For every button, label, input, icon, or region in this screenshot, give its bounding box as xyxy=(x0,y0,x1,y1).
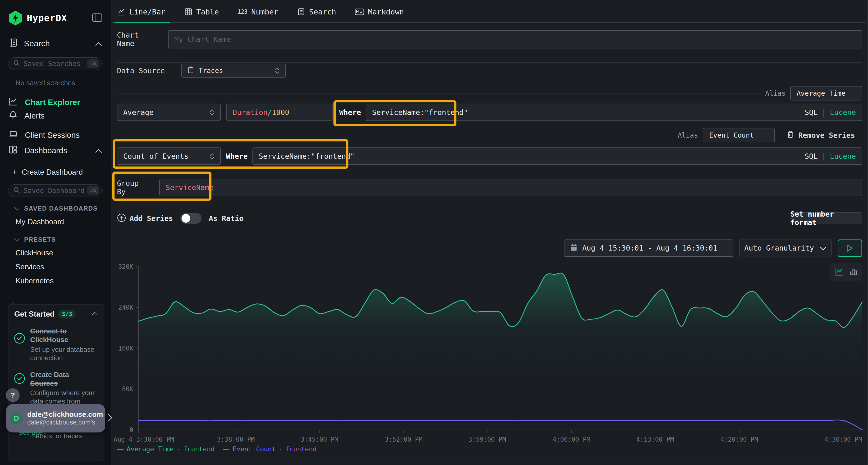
plus-circle-icon xyxy=(117,213,126,223)
data-source-row: Data Source Traces xyxy=(117,64,862,77)
sidebar-item-services[interactable]: Services xyxy=(16,263,111,271)
series2-where-field[interactable]: ServiceName:"frontend" SQL | Lucene xyxy=(252,147,862,165)
chart-name-input[interactable] xyxy=(174,35,856,44)
tab-markdown[interactable]: Markdown xyxy=(355,0,404,23)
group-by-field[interactable]: ServiceName xyxy=(159,179,862,196)
svg-text:3:59:00 PM: 3:59:00 PM xyxy=(468,436,506,443)
lucene-toggle[interactable]: Lucene xyxy=(830,108,856,117)
series1-field-input[interactable]: Duration/1000 xyxy=(226,104,333,121)
laptop-icon xyxy=(8,130,18,141)
separator: · xyxy=(278,445,282,453)
series2-aggregation-select[interactable]: Count of Events xyxy=(117,147,221,165)
data-source-select[interactable]: Traces xyxy=(181,64,286,77)
get-started-item-title: Connect to ClickHouse xyxy=(30,327,93,344)
series2-alias-row: Alias Remove Series xyxy=(117,128,862,142)
chevron-down-icon xyxy=(13,236,20,243)
chevron-up-icon[interactable] xyxy=(95,39,102,48)
get-started-item[interactable]: Create Data Sources Configure where your… xyxy=(14,370,98,406)
check-circle-icon xyxy=(14,333,25,343)
tab-number[interactable]: 123 Number xyxy=(238,0,278,23)
group-by-label: Group By xyxy=(117,179,152,196)
series1-where-field[interactable]: ServiceName:"frontend" SQL | Lucene xyxy=(366,104,862,121)
series1-alias-input[interactable] xyxy=(797,89,856,97)
table-icon xyxy=(184,8,192,16)
hyperdx-logo[interactable]: HyperDX xyxy=(8,10,67,26)
set-number-format-button[interactable]: Set number format xyxy=(790,212,862,224)
get-started-item[interactable]: Connect to ClickHouse Set up your databa… xyxy=(14,327,98,362)
tab-table[interactable]: Table xyxy=(184,0,219,23)
saved-dashboards-input[interactable] xyxy=(24,187,84,195)
user-menu[interactable]: D dale@clickhouse.com dale@clickhouse.co… xyxy=(6,404,105,432)
help-button[interactable]: ? xyxy=(6,388,20,402)
sidebar-section-search[interactable]: Search xyxy=(0,36,111,51)
series1-where-value: ServiceName:"frontend" xyxy=(372,108,468,117)
chart-name-row: Chart Name xyxy=(117,30,862,48)
chevron-up-icon[interactable] xyxy=(91,312,98,317)
series1-alias-row: Alias xyxy=(117,86,862,100)
journal-icon xyxy=(8,38,18,49)
as-ratio-label: As Ratio xyxy=(209,214,244,223)
calendar-icon xyxy=(570,243,578,253)
create-dashboard-button[interactable]: + Create Dashboard xyxy=(0,167,111,178)
svg-text:3:45:00 PM: 3:45:00 PM xyxy=(301,436,338,443)
legend-item-average-time[interactable]: Average Time · frontend xyxy=(117,445,215,453)
as-ratio-toggle[interactable] xyxy=(180,213,202,224)
svg-text:320K: 320K xyxy=(118,263,133,270)
sidebar-item-alerts[interactable]: Alerts xyxy=(0,109,111,123)
tab-label: Line/Bar xyxy=(129,7,165,16)
alias-label: Alias xyxy=(765,89,785,97)
date-range-picker[interactable]: Aug 4 15:30:01 - Aug 4 16:30:01 xyxy=(564,239,733,257)
main-panel: Line/Bar Table 123 Number Search Markdow… xyxy=(111,0,868,465)
select-chevrons-icon xyxy=(210,109,214,115)
saved-searches-input[interactable] xyxy=(24,60,84,68)
tab-label: Table xyxy=(196,7,219,16)
series2-alias-input[interactable] xyxy=(709,131,768,139)
svg-text:4:30:00 PM: 4:30:00 PM xyxy=(824,436,862,443)
chevron-up-icon[interactable] xyxy=(95,146,102,155)
collapse-sidebar-icon[interactable] xyxy=(92,13,102,23)
sidebar-item-kubernetes[interactable]: Kubernetes xyxy=(16,276,111,285)
granularity-select[interactable]: Auto Granularity xyxy=(739,239,832,257)
tab-search[interactable]: Search xyxy=(297,0,336,23)
field-name: Duration xyxy=(233,108,268,117)
scrollbar-track[interactable] xyxy=(867,0,868,465)
chart-name-label: Chart Name xyxy=(117,31,160,48)
sql-toggle[interactable]: SQL xyxy=(805,152,817,161)
sidebar-item-dashboards[interactable]: Dashboards xyxy=(0,144,111,157)
series1-aggregation-select[interactable]: Average xyxy=(117,104,221,121)
nav-label: Alerts xyxy=(24,111,44,121)
chart-type-toggle[interactable] xyxy=(830,263,863,281)
saved-dashboards-section-header[interactable]: SAVED DASHBOARDS xyxy=(13,205,111,212)
saved-searches-search[interactable]: ⌘K xyxy=(8,57,103,70)
saved-dashboards-search[interactable]: ⌘K xyxy=(8,184,103,197)
sql-toggle[interactable]: SQL xyxy=(805,108,817,117)
chart-canvas[interactable]: 080K160K240K320KAug 4 3:30:00 PM3:38:00 … xyxy=(117,264,862,443)
line-chart-icon xyxy=(835,267,844,277)
lucene-toggle[interactable]: Lucene xyxy=(830,152,856,161)
legend-item-event-count[interactable]: Event Count · frontend xyxy=(223,445,317,453)
columns-icon xyxy=(8,145,18,156)
database-icon xyxy=(188,66,194,75)
search-icon xyxy=(13,60,20,68)
add-series-button[interactable]: Add Series xyxy=(117,213,173,223)
sidebar-item-client-sessions[interactable]: Client Sessions xyxy=(0,128,111,142)
svg-text:160K: 160K xyxy=(118,345,133,352)
run-query-button[interactable] xyxy=(838,239,862,257)
shortcut-badge: ⌘K xyxy=(87,59,99,68)
get-started-progress-badge: 3/3 xyxy=(58,310,75,319)
section-header-label: PRESETS xyxy=(24,236,56,243)
svg-text:Aug 4 3:30:00 PM: Aug 4 3:30:00 PM xyxy=(114,436,174,443)
sidebar: HyperDX Search ⌘K No saved searches Char… xyxy=(0,0,111,465)
avatar: D xyxy=(10,412,23,425)
divider xyxy=(117,93,761,94)
presets-section-header[interactable]: PRESETS xyxy=(13,236,111,243)
sidebar-item-chart-explorer[interactable]: Chart Explorer xyxy=(0,96,111,109)
sidebar-item-my-dashboard[interactable]: My Dashboard xyxy=(16,218,111,226)
legend-dash xyxy=(117,449,124,450)
tab-line-bar[interactable]: Line/Bar xyxy=(117,0,165,23)
remove-series-label: Remove Series xyxy=(798,131,855,139)
view-tabbar: Line/Bar Table 123 Number Search Markdow… xyxy=(111,0,868,23)
remove-series-button[interactable]: Remove Series xyxy=(787,130,855,140)
sidebar-item-clickhouse[interactable]: ClickHouse xyxy=(16,248,111,257)
alias-label: Alias xyxy=(678,131,698,139)
